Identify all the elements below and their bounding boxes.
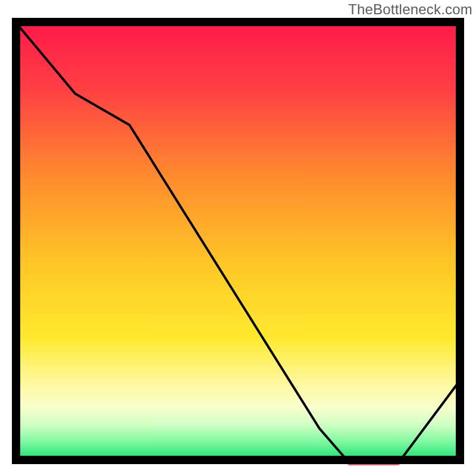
bottleneck-chart <box>0 0 476 476</box>
watermark-text: TheBottleneck.com <box>348 1 472 18</box>
chart-container: TheBottleneck.com <box>0 0 476 476</box>
plot-background <box>16 22 460 460</box>
